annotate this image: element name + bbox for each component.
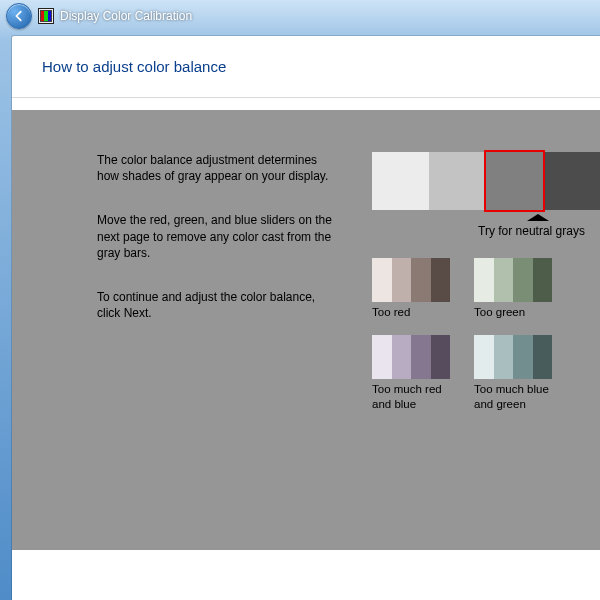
client-area: How to adjust color balance The color ba… xyxy=(12,36,600,600)
titlebar: Display Color Calibration xyxy=(0,0,600,32)
neutral-swatch-4 xyxy=(543,152,600,210)
app-icon xyxy=(38,8,54,24)
pointer-arrow-icon xyxy=(527,214,549,221)
sample-too-green: Too green xyxy=(474,258,552,319)
neutral-swatch-1 xyxy=(372,152,429,210)
caption-too-green: Too green xyxy=(474,305,566,319)
instruction-para-3: To continue and adjust the color balance… xyxy=(97,289,338,321)
back-arrow-icon xyxy=(12,9,26,23)
swatch-row xyxy=(474,335,552,379)
window-chrome: Display Color Calibration How to adjust … xyxy=(0,0,600,600)
page-header: How to adjust color balance xyxy=(12,36,600,98)
swatch-row xyxy=(474,258,552,302)
tinted-samples-grid: Too red Too green Too much red and blue xyxy=(372,258,582,411)
neutral-hint-label: Try for neutral grays xyxy=(478,224,585,238)
back-button[interactable] xyxy=(6,3,32,29)
sample-column: Try for neutral grays Too red Too green xyxy=(372,152,600,411)
sample-too-much-red-blue: Too much red and blue xyxy=(372,335,450,411)
swatch-row xyxy=(372,258,450,302)
caption-too-red: Too red xyxy=(372,305,464,319)
instruction-para-2: Move the red, green, and blue sliders on… xyxy=(97,212,338,261)
swatch-row xyxy=(372,335,450,379)
sample-too-red: Too red xyxy=(372,258,450,319)
window-title: Display Color Calibration xyxy=(60,9,192,23)
neutral-gray-strip xyxy=(372,152,600,210)
caption-too-bg: Too much blue and green xyxy=(474,382,566,411)
sample-too-much-blue-green: Too much blue and green xyxy=(474,335,552,411)
content-panel: The color balance adjustment determines … xyxy=(12,110,600,550)
caption-too-rb: Too much red and blue xyxy=(372,382,464,411)
neutral-swatch-3-highlighted xyxy=(486,152,543,210)
instruction-para-1: The color balance adjustment determines … xyxy=(97,152,338,184)
instruction-column: The color balance adjustment determines … xyxy=(97,152,338,349)
content-wrap: The color balance adjustment determines … xyxy=(12,98,600,600)
page-heading: How to adjust color balance xyxy=(42,58,600,75)
neutral-swatch-2 xyxy=(429,152,486,210)
